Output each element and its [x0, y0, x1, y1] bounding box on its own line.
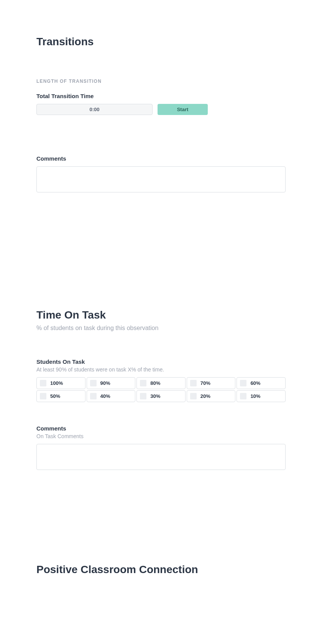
transitions-title: Transitions — [36, 36, 286, 48]
checkbox-icon — [90, 393, 97, 399]
option-label: 10% — [250, 393, 260, 399]
option-20[interactable]: 20% — [187, 390, 236, 402]
transitions-comments-label: Comments — [36, 155, 286, 162]
checkbox-icon — [140, 380, 146, 386]
students-on-task-label: Students On Task — [36, 358, 286, 365]
checkbox-icon — [90, 380, 97, 386]
checkbox-icon — [190, 393, 197, 399]
option-90[interactable]: 90% — [87, 377, 136, 389]
checkbox-icon — [140, 393, 146, 399]
option-label: 30% — [150, 393, 160, 399]
students-on-task-sub: At least 90% of students were on task X%… — [36, 366, 286, 373]
time-on-task-comments-sub: On Task Comments — [36, 433, 286, 439]
option-30[interactable]: 30% — [136, 390, 186, 402]
transitions-comments-input[interactable] — [36, 166, 286, 192]
option-70[interactable]: 70% — [187, 377, 236, 389]
total-transition-time-label: Total Transition Time — [36, 93, 286, 99]
option-label: 70% — [200, 380, 210, 386]
time-on-task-title: Time On Task — [36, 309, 286, 321]
option-label: 80% — [150, 380, 160, 386]
checkbox-icon — [190, 380, 197, 386]
checkbox-icon — [240, 380, 246, 386]
positive-classroom-title: Positive Classroom Connection — [36, 564, 286, 576]
time-on-task-subtitle: % of students on task during this observ… — [36, 325, 286, 332]
time-on-task-comments-label: Comments — [36, 425, 286, 432]
time-on-task-comments-input[interactable] — [36, 444, 286, 470]
option-50[interactable]: 50% — [36, 390, 85, 402]
start-button[interactable]: Start — [158, 104, 208, 115]
option-10[interactable]: 10% — [237, 390, 286, 402]
checkbox-icon — [40, 393, 46, 399]
length-of-transition-overline: LENGTH OF TRANSITION — [36, 79, 286, 84]
checkbox-icon — [240, 393, 246, 399]
option-label: 100% — [50, 380, 63, 386]
option-100[interactable]: 100% — [36, 377, 85, 389]
option-80[interactable]: 80% — [136, 377, 186, 389]
option-60[interactable]: 60% — [237, 377, 286, 389]
option-40[interactable]: 40% — [87, 390, 136, 402]
percentage-options-grid: 100% 90% 80% 70% 60% 50% — [36, 377, 286, 402]
checkbox-icon — [40, 380, 46, 386]
option-label: 20% — [200, 393, 210, 399]
timer-display: 0:00 — [36, 104, 153, 115]
option-label: 60% — [250, 380, 260, 386]
option-label: 40% — [100, 393, 110, 399]
option-label: 90% — [100, 380, 110, 386]
option-label: 50% — [50, 393, 60, 399]
